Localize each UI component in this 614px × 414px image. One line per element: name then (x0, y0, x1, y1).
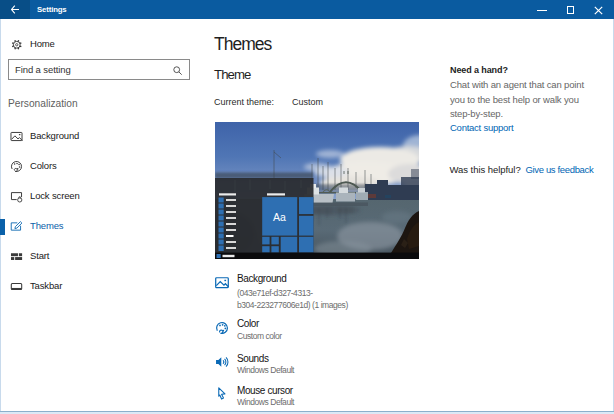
svg-text:Aa: Aa (273, 211, 286, 223)
